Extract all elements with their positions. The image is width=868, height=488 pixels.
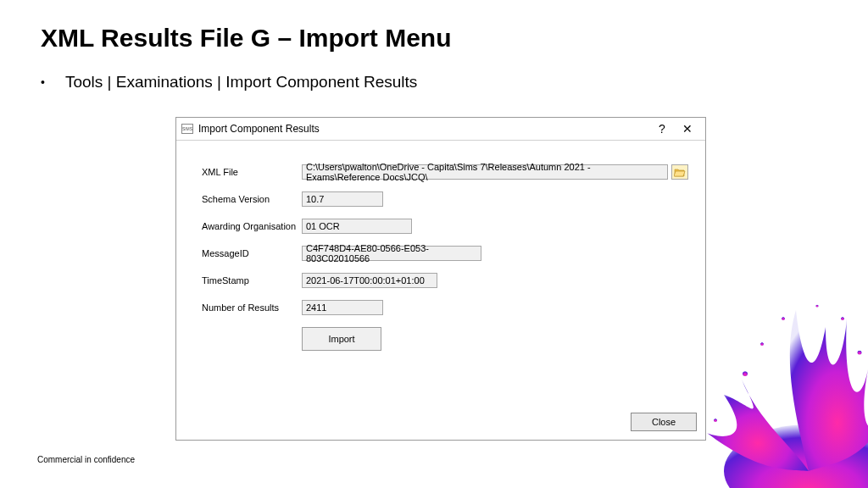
breadcrumb: • Tools | Examinations | Import Componen… [41, 73, 417, 92]
svg-point-1 [743, 371, 748, 376]
count-field: 2411 [302, 300, 383, 315]
slide-title: XML Results File G – Import Menu [41, 24, 452, 53]
svg-point-2 [760, 342, 764, 346]
row-schema: Schema Version 10.7 [202, 191, 690, 207]
award-field: 01 OCR [302, 219, 412, 234]
label-xml-file: XML File [202, 167, 302, 177]
row-award: Awarding Organisation 01 OCR [202, 219, 690, 234]
svg-point-8 [815, 304, 818, 307]
row-timestamp: TimeStamp 2021-06-17T00:00:01+01:00 [202, 273, 690, 288]
xml-file-field: C:\Users\pwalton\OneDrive - Capita\Sims … [302, 164, 668, 180]
dialog-body: XML File C:\Users\pwalton\OneDrive - Cap… [176, 141, 705, 359]
dialog-titlebar: SIMS Import Component Results ? ✕ [176, 118, 705, 140]
dialog-title: Import Component Results [198, 123, 649, 135]
label-timestamp: TimeStamp [202, 275, 302, 286]
timestamp-field: 2021-06-17T00:00:01+01:00 [302, 273, 437, 288]
help-button[interactable]: ? [649, 122, 675, 136]
footer-text: Commercial in confidence [37, 455, 135, 464]
bullet-icon: • [41, 75, 45, 89]
svg-point-4 [858, 351, 862, 355]
svg-point-5 [714, 419, 717, 422]
label-award: Awarding Organisation [202, 221, 302, 231]
svg-point-3 [841, 317, 844, 320]
row-msgid: MessageID C4F748D4-AE80-0566-E053-803C02… [202, 246, 690, 261]
app-icon: SIMS [181, 124, 193, 134]
window-close-button[interactable]: ✕ [675, 122, 700, 136]
row-xml-file: XML File C:\Users\pwalton\OneDrive - Cap… [202, 164, 690, 180]
row-count: Number of Results 2411 [202, 300, 690, 315]
msgid-field: C4F748D4-AE80-0566-E053-803C02010566 [302, 246, 481, 261]
schema-field: 10.7 [302, 191, 383, 207]
label-schema: Schema Version [202, 194, 302, 204]
svg-point-7 [782, 317, 785, 320]
close-button[interactable]: Close [631, 413, 697, 431]
folder-open-icon [674, 167, 686, 177]
browse-button[interactable] [671, 164, 688, 180]
label-count: Number of Results [202, 302, 302, 313]
label-msgid: MessageID [202, 248, 302, 258]
svg-point-0 [724, 424, 868, 488]
breadcrumb-text: Tools | Examinations | Import Component … [65, 73, 417, 92]
import-button[interactable]: Import [302, 327, 381, 351]
import-dialog: SIMS Import Component Results ? ✕ XML Fi… [175, 117, 706, 441]
